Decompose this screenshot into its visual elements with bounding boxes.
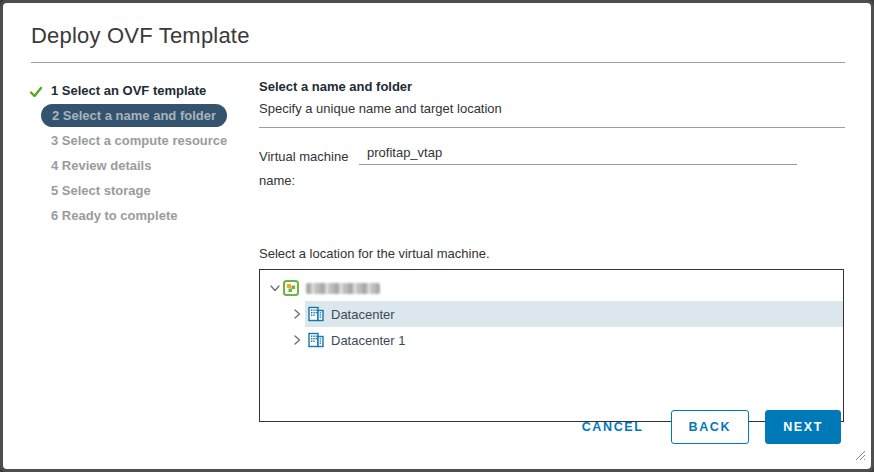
- tree-node-datacenter[interactable]: Datacenter: [260, 301, 843, 327]
- next-button[interactable]: NEXT: [765, 410, 841, 444]
- vm-name-row: Virtual machine name:: [259, 145, 845, 193]
- chevron-right-icon[interactable]: [289, 306, 305, 322]
- step-number: 3: [51, 133, 58, 148]
- step-label: Review details: [62, 158, 152, 173]
- vm-name-label: Virtual machine name:: [259, 145, 359, 193]
- cancel-button[interactable]: CANCEL: [582, 420, 644, 434]
- step-select-compute-resource[interactable]: 3 Select a compute resource: [23, 129, 259, 152]
- dialog-footer: CANCEL BACK NEXT: [582, 410, 841, 444]
- panel-divider: [259, 127, 845, 128]
- panel-heading: Select a name and folder: [259, 79, 845, 94]
- vcenter-server-icon: [283, 280, 299, 296]
- step-number: 5: [51, 183, 58, 198]
- datacenter-icon: [308, 332, 324, 348]
- tree-node-datacenter-1[interactable]: Datacenter 1: [260, 327, 843, 353]
- step-number: 1: [51, 83, 58, 98]
- tree-node-body[interactable]: Datacenter 1: [305, 327, 843, 353]
- tree-node-body[interactable]: Datacenter: [305, 301, 843, 327]
- green-check-icon: [29, 83, 43, 106]
- back-button[interactable]: BACK: [671, 410, 750, 444]
- step-panel: Select a name and folder Specify a uniqu…: [259, 76, 845, 422]
- tree-node-label: Datacenter: [331, 307, 395, 322]
- step-select-ovf-template[interactable]: 1 Select an OVF template: [23, 79, 259, 102]
- step-label: Select a compute resource: [62, 133, 227, 148]
- step-number: 2: [52, 108, 59, 123]
- step-label: Ready to complete: [62, 208, 178, 223]
- dialog-title: Deploy OVF Template: [3, 3, 871, 49]
- chevron-right-icon[interactable]: [289, 332, 305, 348]
- datacenter-icon: [308, 306, 324, 322]
- step-number: 6: [51, 208, 58, 223]
- dialog-body: 1 Select an OVF template 2 Select a name…: [3, 63, 871, 422]
- wizard-steps: 1 Select an OVF template 2 Select a name…: [23, 76, 259, 422]
- step-label: Select a name and folder: [63, 108, 216, 123]
- step-label: Select an OVF template: [62, 83, 207, 98]
- tree-node-vcenter[interactable]: [260, 275, 843, 301]
- resize-grip-icon[interactable]: [855, 447, 866, 465]
- step-review-details[interactable]: 4 Review details: [23, 154, 259, 177]
- step-select-storage[interactable]: 5 Select storage: [23, 179, 259, 202]
- step-label: Select storage: [62, 183, 151, 198]
- step-ready-to-complete[interactable]: 6 Ready to complete: [23, 204, 259, 227]
- vm-name-input[interactable]: [359, 145, 797, 165]
- chevron-down-icon[interactable]: [267, 280, 283, 296]
- step-select-name-folder[interactable]: 2 Select a name and folder: [41, 104, 227, 127]
- vcenter-name-redacted: [306, 283, 380, 294]
- step-number: 4: [51, 158, 58, 173]
- location-label: Select a location for the virtual machin…: [259, 246, 845, 261]
- panel-subheading: Specify a unique name and target locatio…: [259, 101, 845, 116]
- deploy-ovf-dialog: Deploy OVF Template 1 Select an OVF temp…: [0, 0, 874, 472]
- location-tree: Datacenter: [259, 269, 844, 422]
- tree-node-label: Datacenter 1: [331, 333, 405, 348]
